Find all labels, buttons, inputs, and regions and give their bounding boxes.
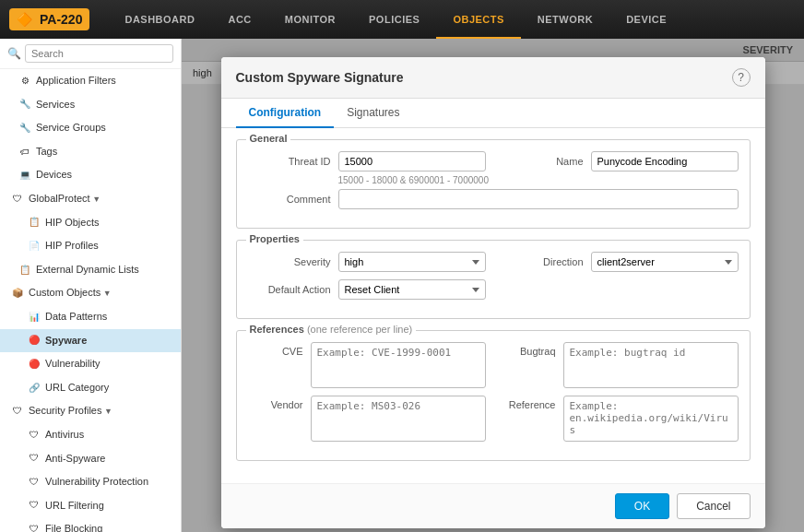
threat-id-label: Threat ID bbox=[248, 156, 331, 167]
cve-bugtraq-row: CVE Bugtraq bbox=[248, 342, 739, 388]
sidebar-item-tags[interactable]: 🏷Tags bbox=[0, 140, 181, 164]
services-icon: 🔧 bbox=[18, 98, 31, 111]
modal-body: General Threat ID Name 15000 - 18000 bbox=[221, 128, 765, 483]
tab-signatures[interactable]: Signatures bbox=[334, 99, 412, 128]
reference-input[interactable] bbox=[563, 396, 739, 442]
security-profiles-icon: 🛡 bbox=[11, 405, 24, 418]
top-nav: 🔶 PA-220 DASHBOARDACCMONITORPOLICIESOBJE… bbox=[0, 0, 804, 39]
sidebar-item-application-filters[interactable]: ⚙Application Filters bbox=[0, 69, 181, 93]
sidebar-item-url-filtering[interactable]: 🛡URL Filtering bbox=[0, 494, 181, 518]
sidebar-item-external-dynamic-lists[interactable]: 📋External Dynamic Lists bbox=[0, 258, 181, 282]
severity-select[interactable]: high low medium critical informational bbox=[338, 252, 486, 272]
expand-arrow-icon: ▼ bbox=[101, 407, 112, 416]
modal-help-button[interactable]: ? bbox=[732, 68, 751, 87]
sidebar-item-vulnerability[interactable]: 🔴Vulnerability bbox=[0, 352, 181, 376]
name-label: Name bbox=[501, 156, 584, 167]
nav-item-acc[interactable]: ACC bbox=[211, 0, 267, 39]
sidebar-item-devices[interactable]: 💻Devices bbox=[0, 163, 181, 187]
sidebar-item-service-groups[interactable]: 🔧Service Groups bbox=[0, 116, 181, 140]
properties-section-label: Properties bbox=[246, 233, 303, 244]
comment-group: Comment bbox=[248, 189, 739, 209]
modal-title: Custom Spyware Signature bbox=[236, 70, 404, 85]
direction-group: Direction client2server server2client bo… bbox=[501, 252, 739, 272]
default-action-group: Default Action Reset Client Reset Server… bbox=[248, 279, 739, 300]
threat-id-row: Threat ID Name bbox=[248, 151, 739, 171]
data-patterns-icon: 📊 bbox=[28, 311, 41, 324]
modal-footer: OK Cancel bbox=[221, 483, 765, 528]
sidebar-items-list: ⚙Application Filters🔧Services🔧Service Gr… bbox=[0, 69, 181, 532]
cancel-button[interactable]: Cancel bbox=[677, 493, 750, 519]
tags-icon: 🏷 bbox=[18, 146, 31, 159]
hip-profiles-icon: 📄 bbox=[28, 240, 41, 253]
vuln-protection-icon: 🛡 bbox=[28, 476, 41, 489]
main-layout: 🔍 ⚙Application Filters🔧Services🔧Service … bbox=[0, 39, 804, 532]
sidebar-item-spyware[interactable]: 🔴Spyware bbox=[0, 329, 181, 353]
default-action-select[interactable]: Reset Client Reset Server Reset Both Blo… bbox=[338, 279, 486, 300]
nav-items: DASHBOARDACCMONITORPOLICIESOBJECTSNETWOR… bbox=[108, 0, 795, 39]
sidebar-item-hip-profiles[interactable]: 📄HIP Profiles bbox=[0, 234, 181, 258]
modal-tabs: Configuration Signatures bbox=[221, 99, 765, 128]
sidebar-item-security-profiles[interactable]: 🛡Security Profiles ▼ bbox=[0, 399, 181, 423]
sidebar-item-url-category[interactable]: 🔗URL Category bbox=[0, 376, 181, 400]
content-area: SEVERITY high Custom Spyware Signature ?… bbox=[182, 39, 804, 532]
bugtraq-input[interactable] bbox=[563, 342, 739, 388]
sidebar-item-hip-objects[interactable]: 📋HIP Objects bbox=[0, 211, 181, 235]
comment-label: Comment bbox=[248, 194, 331, 205]
app-filter-icon: ⚙ bbox=[18, 75, 31, 88]
threat-id-input[interactable] bbox=[338, 151, 486, 171]
sidebar-item-globalprotect[interactable]: 🛡GlobalProtect ▼ bbox=[0, 187, 181, 211]
severity-label: Severity bbox=[248, 256, 331, 267]
general-section: General Threat ID Name 15000 - 18000 bbox=[236, 139, 751, 229]
ok-button[interactable]: OK bbox=[615, 493, 669, 519]
modal-overlay: Custom Spyware Signature ? Configuration… bbox=[182, 39, 804, 532]
vendor-input[interactable] bbox=[311, 396, 486, 442]
comment-input[interactable] bbox=[338, 189, 739, 209]
cve-label: CVE bbox=[248, 342, 303, 357]
reference-group: Reference bbox=[501, 396, 739, 442]
cve-group: CVE bbox=[248, 342, 486, 388]
modal-dialog: Custom Spyware Signature ? Configuration… bbox=[221, 57, 765, 528]
name-input[interactable] bbox=[591, 151, 739, 171]
search-bar: 🔍 bbox=[0, 39, 181, 69]
vendor-label: Vendor bbox=[248, 396, 303, 410]
globalprotect-icon: 🛡 bbox=[11, 193, 24, 206]
direction-label: Direction bbox=[501, 256, 584, 267]
custom-objects-icon: 📦 bbox=[11, 287, 24, 300]
nav-item-monitor[interactable]: MONITOR bbox=[268, 0, 352, 39]
file-blocking-icon: 🛡 bbox=[28, 523, 41, 532]
comment-row: Comment bbox=[248, 189, 739, 209]
direction-select[interactable]: client2server server2client both bbox=[591, 252, 739, 272]
expand-arrow-icon: ▼ bbox=[90, 195, 100, 204]
cve-input[interactable] bbox=[311, 342, 486, 388]
service-groups-icon: 🔧 bbox=[18, 122, 31, 135]
nav-item-network[interactable]: NETWORK bbox=[521, 0, 609, 39]
sidebar-item-data-patterns[interactable]: 📊Data Patterns bbox=[0, 305, 181, 329]
nav-item-policies[interactable]: POLICIES bbox=[352, 0, 436, 39]
nav-item-dashboard[interactable]: DASHBOARD bbox=[108, 0, 211, 39]
sidebar-item-antivirus[interactable]: 🛡Antivirus bbox=[0, 423, 181, 447]
external-dynamic-icon: 📋 bbox=[18, 264, 31, 277]
vulnerability-icon: 🔴 bbox=[28, 358, 41, 371]
properties-section: Properties Severity high low medium crit… bbox=[236, 240, 751, 319]
threat-id-hint: 15000 - 18000 & 6900001 - 7000000 bbox=[338, 175, 739, 185]
sidebar: 🔍 ⚙Application Filters🔧Services🔧Service … bbox=[0, 39, 182, 532]
sidebar-item-file-blocking[interactable]: 🛡File Blocking bbox=[0, 517, 181, 532]
sidebar-item-vulnerability-protection[interactable]: 🛡Vulnerability Protection bbox=[0, 470, 181, 494]
references-section: References (one reference per line) CVE … bbox=[236, 330, 751, 461]
search-input[interactable] bbox=[25, 44, 173, 63]
spyware-icon: 🔴 bbox=[28, 334, 41, 347]
hip-objects-icon: 📋 bbox=[28, 216, 41, 229]
sidebar-item-anti-spyware[interactable]: 🛡Anti-Spyware bbox=[0, 447, 181, 471]
url-category-icon: 🔗 bbox=[28, 382, 41, 395]
severity-direction-row: Severity high low medium critical inform… bbox=[248, 252, 739, 272]
vendor-group: Vendor bbox=[248, 396, 486, 442]
logo[interactable]: 🔶 PA-220 bbox=[9, 8, 89, 30]
references-hint: (one reference per line) bbox=[307, 324, 412, 335]
nav-item-device[interactable]: DEVICE bbox=[609, 0, 683, 39]
severity-group: Severity high low medium critical inform… bbox=[248, 252, 486, 272]
nav-item-objects[interactable]: OBJECTS bbox=[436, 0, 520, 39]
sidebar-item-custom-objects[interactable]: 📦Custom Objects ▼ bbox=[0, 281, 181, 305]
logo-icon: 🔶 bbox=[17, 12, 32, 27]
tab-configuration[interactable]: Configuration bbox=[236, 99, 335, 128]
sidebar-item-services[interactable]: 🔧Services bbox=[0, 93, 181, 117]
